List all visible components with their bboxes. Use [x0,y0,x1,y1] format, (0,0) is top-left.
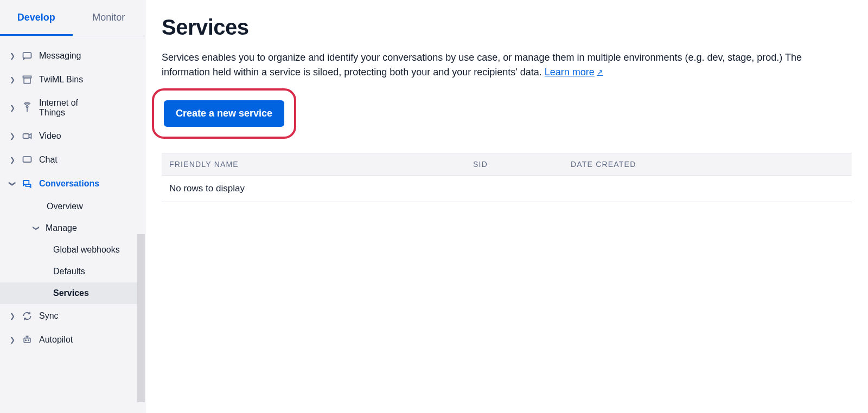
tab-develop[interactable]: Develop [0,0,73,36]
chevron-down-icon: ❯ [33,225,40,231]
message-icon [22,50,33,61]
sidebar-nav: ❯ Messaging ❯ TwiML Bins ❯ Internet of T… [0,36,145,413]
chevron-right-icon: ❯ [10,156,15,164]
chevron-right-icon: ❯ [10,52,15,60]
learn-more-link[interactable]: Learn more ↗ [545,65,603,80]
sidebar-item-sync[interactable]: ❯ Sync [0,304,145,328]
chevron-right-icon: ❯ [10,104,15,112]
column-friendly-name: FRIENDLY NAME [169,160,473,169]
sidebar-sub-manage[interactable]: ❯ Manage [0,217,145,239]
sidebar: Develop Monitor ❯ Messaging ❯ TwiML Bins… [0,0,145,413]
sidebar-item-label: Video [39,131,61,141]
svg-point-3 [26,106,28,107]
archive-icon [22,74,33,85]
chevron-right-icon: ❯ [10,132,15,140]
column-sid: SID [473,160,571,169]
description-text: Services enables you to organize and ide… [162,52,802,78]
highlight-annotation: Create a new service [152,88,296,139]
page-title: Services [162,15,852,40]
sidebar-item-label: Autopilot [39,335,73,345]
sidebar-item-conversations[interactable]: ❯ Conversations [0,172,145,196]
create-service-button[interactable]: Create a new service [164,100,284,127]
column-date-created: DATE CREATED [571,160,844,169]
tower-icon [22,102,33,113]
external-link-icon: ↗ [597,67,603,78]
sidebar-item-label: TwiML Bins [39,75,83,85]
sidebar-sub-global-webhooks[interactable]: Global webhooks [0,239,145,261]
video-icon [22,131,33,141]
sidebar-item-label: Conversations [39,179,99,189]
sidebar-item-twiml-bins[interactable]: ❯ TwiML Bins [0,68,145,92]
svg-rect-0 [23,53,31,58]
chevron-right-icon: ❯ [10,76,15,83]
sidebar-tabs: Develop Monitor [0,0,145,36]
sidebar-item-iot[interactable]: ❯ Internet of Things [0,92,145,124]
sidebar-sub-defaults[interactable]: Defaults [0,261,145,282]
chevron-down-icon: ❯ [9,181,16,186]
svg-point-8 [28,340,29,341]
services-table: FRIENDLY NAME SID DATE CREATED No rows t… [162,153,852,202]
table-empty-row: No rows to display [162,176,852,202]
sidebar-item-autopilot[interactable]: ❯ Autopilot [0,328,145,352]
robot-icon [22,334,33,345]
scrollbar[interactable] [137,234,145,402]
sidebar-item-label: Chat [39,155,58,165]
services-description: Services enables you to organize and ide… [162,50,845,80]
learn-more-label: Learn more [545,65,595,80]
table-header: FRIENDLY NAME SID DATE CREATED [162,153,852,176]
chevron-right-icon: ❯ [10,312,15,320]
chat-icon [22,154,33,165]
sidebar-item-messaging[interactable]: ❯ Messaging [0,44,145,68]
sidebar-sub-overview[interactable]: Overview [0,196,145,217]
conversations-icon [22,178,33,189]
svg-point-7 [25,340,27,341]
sidebar-item-chat[interactable]: ❯ Chat [0,148,145,172]
sidebar-sub-label: Manage [46,223,77,233]
sidebar-item-label: Sync [39,311,59,321]
svg-rect-2 [24,78,30,83]
svg-rect-4 [23,134,29,138]
tab-monitor[interactable]: Monitor [73,0,145,36]
sidebar-item-video[interactable]: ❯ Video [0,124,145,148]
chevron-right-icon: ❯ [10,336,15,344]
sync-icon [22,311,33,321]
sidebar-sub-services[interactable]: Services [0,282,145,304]
sidebar-item-label: Internet of Things [39,98,104,118]
main-content: Services Services enables you to organiz… [145,0,868,413]
sidebar-item-label: Messaging [39,51,81,61]
